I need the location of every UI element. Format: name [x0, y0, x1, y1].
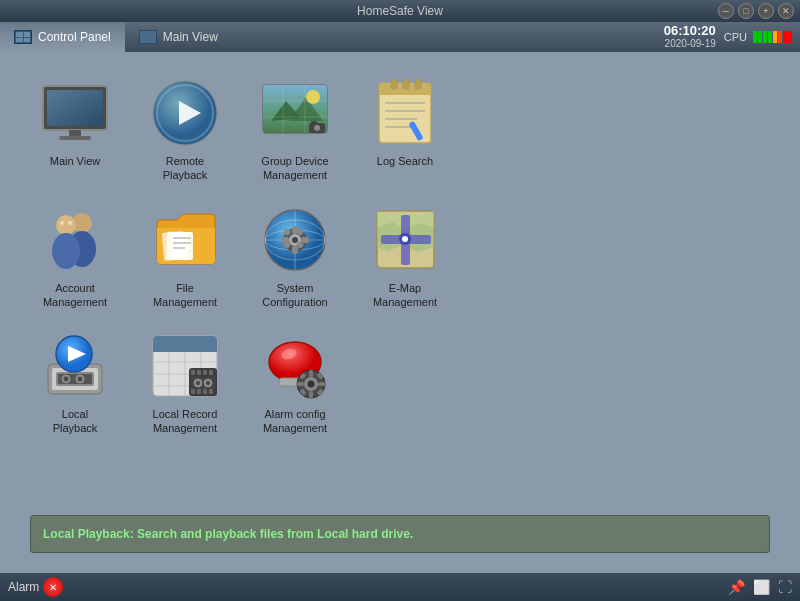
main-view-tab-icon	[139, 30, 157, 44]
app-icon-local-playback[interactable]: LocalPlayback	[30, 325, 120, 442]
icon-row-2: LocalPlayback	[30, 325, 770, 442]
log-search-icon-img	[370, 78, 440, 148]
bottombar: Alarm ✕ 📌 ⬜ ⛶	[0, 573, 800, 601]
svg-point-51	[292, 237, 298, 243]
svg-rect-19	[311, 121, 317, 124]
bottom-right-controls: 📌 ⬜ ⛶	[728, 579, 792, 595]
app-icon-file-management[interactable]: FileManagement	[140, 199, 230, 316]
main-view-label: Main View	[50, 154, 101, 168]
icon-row-1: AccountManagement	[30, 199, 770, 316]
svg-rect-40	[171, 232, 193, 260]
log-search-label: Log Search	[377, 154, 433, 168]
svg-rect-105	[309, 391, 313, 398]
app-icon-system-configuration[interactable]: SystemConfiguration	[250, 199, 340, 316]
svg-point-34	[56, 215, 76, 235]
cpu-bar	[753, 31, 792, 43]
tab-main-view[interactable]: Main View	[125, 22, 232, 52]
alarm-icon: ✕	[43, 577, 63, 597]
clock-date: 2020-09-19	[664, 38, 716, 49]
svg-point-18	[314, 125, 320, 131]
tab-main-view-label: Main View	[163, 30, 218, 44]
alarm-label: Alarm	[8, 580, 39, 594]
svg-rect-3	[69, 130, 81, 136]
main-view-icon-img	[40, 78, 110, 148]
app-icon-log-search[interactable]: Log Search	[360, 72, 450, 174]
maximize-button[interactable]: +	[758, 3, 774, 19]
alarm-config-management-label: Alarm configManagement	[263, 407, 327, 436]
window-icon[interactable]: ⬜	[753, 579, 770, 595]
svg-point-64	[402, 236, 408, 242]
svg-point-95	[196, 381, 200, 385]
account-management-icon-img	[40, 205, 110, 275]
svg-rect-106	[297, 382, 304, 386]
svg-rect-91	[203, 389, 207, 394]
minimize-button[interactable]: ─	[718, 3, 734, 19]
svg-rect-86	[197, 370, 201, 375]
restore-button[interactable]: □	[738, 3, 754, 19]
system-configuration-label: SystemConfiguration	[262, 281, 327, 310]
file-management-icon-img	[150, 205, 220, 275]
svg-rect-85	[191, 370, 195, 375]
status-description-text: Local Playback: Search and playback file…	[43, 527, 413, 541]
clock-area: 06:10:20 2020-09-19 CPU	[664, 24, 792, 49]
svg-rect-90	[197, 389, 201, 394]
app-icon-remote-playback[interactable]: RemotePlayback	[140, 72, 230, 189]
control-panel-icon	[14, 30, 32, 44]
remote-playback-icon-img	[150, 78, 220, 148]
group-device-icon-img	[260, 78, 330, 148]
svg-rect-2	[47, 90, 103, 126]
main-content: Main View	[0, 52, 800, 573]
fullscreen-icon[interactable]: ⛶	[778, 579, 792, 595]
svg-rect-89	[191, 389, 195, 394]
svg-rect-107	[318, 382, 325, 386]
svg-rect-77	[153, 346, 217, 352]
close-button[interactable]: ✕	[778, 3, 794, 19]
svg-point-37	[68, 221, 72, 225]
app-icon-main-view[interactable]: Main View	[30, 72, 120, 174]
local-playback-icon-img	[40, 331, 110, 401]
app-icon-alarm-config-management[interactable]: Alarm configManagement	[250, 325, 340, 442]
app-icon-local-record-management[interactable]: Local RecordManagement	[140, 325, 230, 442]
app-icon-account-management[interactable]: AccountManagement	[30, 199, 120, 316]
local-record-management-icon-img	[150, 331, 220, 401]
alarm-button[interactable]: Alarm ✕	[8, 577, 63, 597]
app-icon-e-map-management[interactable]: E-MapManagement	[360, 199, 450, 316]
svg-point-70	[64, 377, 68, 381]
tab-control-panel-label: Control Panel	[38, 30, 111, 44]
svg-rect-55	[301, 237, 309, 243]
app-title: HomeSafe View	[357, 4, 443, 18]
remote-playback-label: RemotePlayback	[163, 154, 208, 183]
svg-rect-53	[292, 246, 298, 254]
status-description-bar: Local Playback: Search and playback file…	[30, 515, 770, 553]
local-record-management-label: Local RecordManagement	[153, 407, 218, 436]
pin-icon[interactable]: 📌	[728, 579, 745, 595]
file-management-label: FileManagement	[153, 281, 217, 310]
titlebar: HomeSafe View ─ □ + ✕	[0, 0, 800, 22]
icon-grid: Main View	[30, 72, 770, 505]
tabbar: Control Panel Main View 06:10:20 2020-09…	[0, 22, 800, 52]
account-management-label: AccountManagement	[43, 281, 107, 310]
svg-point-103	[308, 381, 315, 388]
window-controls: ─ □ + ✕	[718, 3, 794, 19]
clock-time: 06:10:20	[664, 24, 716, 38]
svg-point-97	[206, 381, 210, 385]
system-configuration-icon-img	[260, 205, 330, 275]
svg-point-12	[306, 90, 320, 104]
app-icon-group-device-management[interactable]: Group DeviceManagement	[250, 72, 340, 189]
local-playback-label: LocalPlayback	[53, 407, 98, 436]
alarm-config-management-icon-img	[260, 331, 330, 401]
e-map-management-icon-img	[370, 205, 440, 275]
e-map-management-label: E-MapManagement	[373, 281, 437, 310]
svg-rect-88	[209, 370, 213, 375]
svg-point-35	[52, 233, 80, 269]
cpu-label: CPU	[724, 31, 747, 43]
svg-rect-25	[415, 79, 421, 89]
svg-rect-4	[59, 136, 91, 140]
svg-rect-22	[379, 89, 431, 95]
svg-rect-24	[403, 79, 409, 89]
svg-rect-87	[203, 370, 207, 375]
svg-rect-92	[209, 389, 213, 394]
svg-point-36	[60, 221, 64, 225]
svg-point-72	[78, 377, 82, 381]
tab-control-panel[interactable]: Control Panel	[0, 22, 125, 52]
